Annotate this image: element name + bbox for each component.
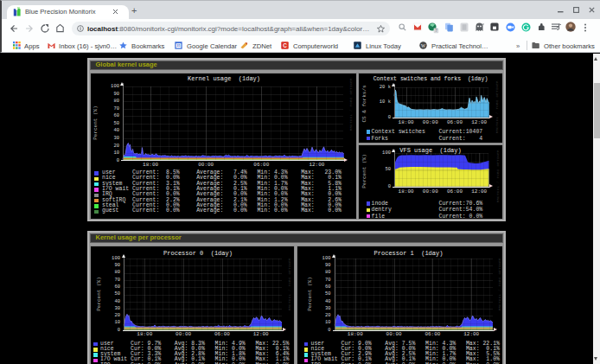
svg-text:C: C [283,42,287,48]
svg-text:31: 31 [176,43,181,48]
